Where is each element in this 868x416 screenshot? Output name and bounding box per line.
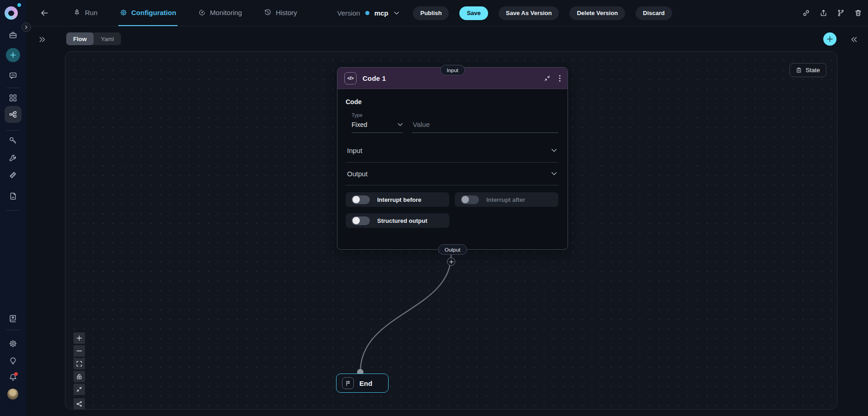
node-menu-button[interactable]: [559, 75, 561, 82]
edge-code1-to-end[interactable]: [360, 255, 451, 372]
sidebar-item-flows[interactable]: [0, 110, 26, 119]
share-layout-button[interactable]: [74, 398, 85, 410]
input-section-toggle[interactable]: Input: [346, 147, 558, 154]
chevron-down-icon: [551, 148, 557, 153]
flow-icon: [9, 110, 17, 119]
publish-button[interactable]: Publish: [413, 6, 449, 20]
lock-button[interactable]: [74, 371, 85, 382]
toggle-label: Structured output: [377, 217, 427, 224]
clipboard-icon: [796, 67, 802, 74]
sidebar-item-keys[interactable]: [0, 136, 26, 145]
back-button[interactable]: [38, 7, 51, 20]
sidebar-divider: [6, 130, 20, 131]
interrupt-after-toggle[interactable]: Interrupt after: [455, 192, 558, 207]
notification-badge: [14, 372, 18, 376]
copy-link-button[interactable]: [802, 9, 810, 17]
code-icon: </>: [344, 72, 357, 84]
arrow-left-icon: [40, 9, 49, 17]
tab-monitoring[interactable]: Monitoring: [197, 0, 243, 26]
output-section-toggle[interactable]: Output: [346, 170, 558, 178]
tab-configuration[interactable]: Configuration: [118, 0, 178, 26]
flow-canvas[interactable]: State Input </> Code 1 Code Type: [65, 51, 837, 410]
settings-gear-icon: [9, 339, 17, 348]
collapse-right-panel-button[interactable]: [849, 34, 859, 44]
topbar-actions: Publish Save Save As Version Delete Vers…: [413, 0, 672, 26]
sidebar-item-projects[interactable]: [0, 31, 26, 40]
gear-icon: [120, 9, 127, 16]
code-section-label: Code: [346, 98, 558, 105]
tab-history[interactable]: History: [263, 0, 299, 26]
document-icon: [9, 192, 17, 200]
add-node-on-edge-button[interactable]: [447, 258, 455, 266]
fit-view-icon: [76, 361, 82, 367]
input-section-label: Input: [347, 147, 362, 154]
sidebar-expand-button[interactable]: [21, 22, 31, 32]
plus-icon: [10, 52, 16, 58]
collapse-icon: [544, 75, 550, 81]
versions-button[interactable]: [837, 9, 845, 17]
lightbulb-icon: [9, 356, 17, 365]
version-selector[interactable]: Version mcp: [337, 0, 400, 26]
toggle-label: Interrupt after: [486, 196, 525, 203]
zoom-out-button[interactable]: [74, 345, 85, 357]
double-chevron-left-icon: [851, 36, 857, 43]
view-tab-yaml[interactable]: Yaml: [94, 32, 121, 45]
value-input[interactable]: [412, 121, 558, 133]
sidebar-item-notifications[interactable]: [0, 373, 26, 382]
discard-button[interactable]: Discard: [636, 6, 672, 20]
apps-grid-icon: [9, 94, 17, 102]
plus-icon: [449, 260, 453, 264]
app-logo[interactable]: [5, 6, 18, 20]
save-button[interactable]: Save: [459, 6, 488, 20]
collapse-all-button[interactable]: [74, 384, 85, 395]
view-tab-flow[interactable]: Flow: [66, 32, 94, 45]
node-end[interactable]: End: [336, 374, 389, 393]
node-body: Code Type Fixed Input Output: [337, 89, 568, 228]
state-button[interactable]: State: [789, 63, 826, 77]
fit-view-button[interactable]: [74, 358, 85, 369]
tab-label: Monitoring: [210, 9, 242, 16]
tab-label: Run: [85, 9, 98, 16]
user-avatar[interactable]: [7, 389, 18, 400]
sidebar-item-settings[interactable]: [0, 339, 26, 348]
delete-button[interactable]: [854, 9, 862, 17]
view-mode-switch: Flow Yaml: [66, 32, 121, 45]
zoom-in-button[interactable]: [74, 332, 85, 344]
type-select[interactable]: Type Fixed: [352, 112, 403, 133]
save-as-version-button[interactable]: Save As Version: [499, 6, 559, 20]
sidebar-item-files[interactable]: [0, 192, 26, 200]
chat-icon: [9, 71, 17, 80]
sidebar-item-tools[interactable]: [0, 154, 26, 163]
interrupt-before-toggle[interactable]: Interrupt before: [346, 192, 449, 207]
toggle-switch[interactable]: [352, 216, 370, 225]
sidebar-item-chat[interactable]: [0, 71, 26, 80]
output-handle[interactable]: Output: [438, 244, 467, 255]
kebab-menu-icon: [559, 75, 561, 82]
structured-output-toggle[interactable]: Structured output: [346, 213, 449, 228]
sidebar-item-logs[interactable]: [0, 171, 26, 179]
sidebar-divider: [6, 210, 20, 211]
toggle-switch[interactable]: [461, 195, 479, 204]
expand-panel-button[interactable]: [37, 34, 47, 44]
toggle-switch[interactable]: [352, 195, 370, 204]
node-code-1[interactable]: Input </> Code 1 Code Type Fixed: [337, 67, 568, 250]
code-fields: Type Fixed: [352, 112, 558, 133]
sidebar-item-help[interactable]: [0, 356, 26, 365]
export-button[interactable]: [820, 9, 827, 17]
delete-version-button[interactable]: Delete Version: [569, 6, 625, 20]
sidebar: [0, 0, 26, 416]
input-handle[interactable]: Input: [440, 65, 465, 75]
add-node-button[interactable]: [823, 32, 836, 46]
history-icon: [264, 9, 272, 16]
collapse-node-button[interactable]: [544, 75, 550, 81]
output-section-label: Output: [347, 170, 368, 178]
chevron-down-icon: [551, 172, 557, 176]
sidebar-add-button[interactable]: [6, 48, 20, 62]
tab-run[interactable]: Run: [72, 0, 99, 26]
sidebar-item-docs[interactable]: [0, 314, 26, 323]
sidebar-item-apps[interactable]: [0, 94, 26, 102]
type-field-label: Type: [352, 112, 403, 118]
gauge-icon: [198, 9, 206, 16]
state-button-label: State: [805, 67, 820, 74]
node-title: Code 1: [363, 74, 386, 82]
